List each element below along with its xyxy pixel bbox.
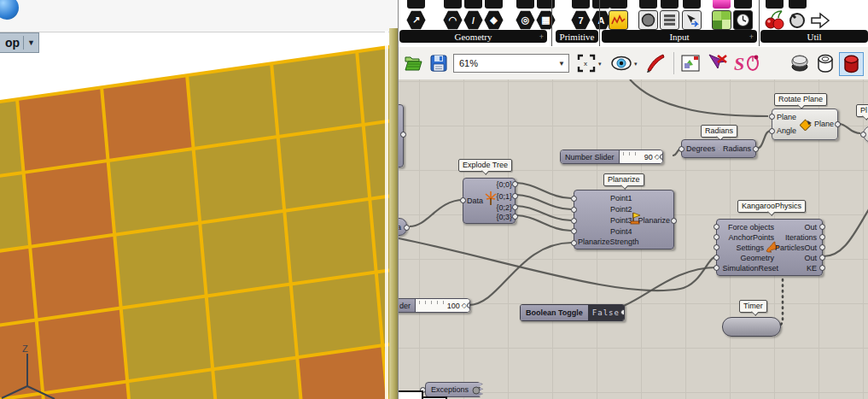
input-nub[interactable] [571, 196, 577, 202]
toggle-value[interactable]: False [588, 305, 624, 320]
jump-arrow-icon[interactable] [810, 11, 830, 30]
kangaroo-component[interactable]: Force objects AnchorPoints Settings Geom… [716, 219, 823, 276]
cropped-icon[interactable] [572, 0, 590, 9]
cropped-icon[interactable] [734, 0, 752, 9]
output-nub[interactable] [512, 214, 518, 220]
preview-shaded-button[interactable] [839, 52, 864, 76]
curve-icon[interactable]: ◠ [443, 10, 463, 30]
cropped-icon[interactable] [516, 0, 534, 9]
cropped-icon[interactable] [789, 0, 807, 9]
preview-wireframe-button[interactable] [815, 54, 836, 73]
cropped-gradient-icon[interactable] [713, 0, 731, 9]
plane-icon[interactable]: ◈ [484, 10, 504, 30]
graph-mapper-icon[interactable] [609, 10, 628, 30]
preview-eye-button[interactable] [610, 54, 632, 73]
output-nub[interactable] [835, 121, 841, 127]
more-icon[interactable]: + [539, 32, 544, 41]
output-nub[interactable] [660, 154, 663, 160]
slider-track[interactable]: 100 ◇ [416, 299, 469, 312]
output-nub[interactable] [819, 244, 825, 250]
explode-tree-component[interactable]: Data {0;0} {0;1} {0;2} {0;3} [463, 178, 516, 224]
zoom-level-combobox[interactable]: 61% ▼ [453, 54, 569, 73]
input-nub[interactable] [460, 197, 466, 203]
red-pen-button[interactable] [644, 52, 667, 74]
partial-panel[interactable] [399, 390, 423, 399]
input-nub[interactable] [679, 146, 684, 152]
vector-icon[interactable]: ↗ [406, 10, 426, 30]
input-nub[interactable] [769, 114, 775, 120]
mdslider-cursor-icon[interactable] [682, 10, 702, 30]
cropped-icon[interactable] [639, 0, 657, 9]
output-nub[interactable] [512, 181, 518, 187]
palette-tab-input[interactable]: Input+ [602, 30, 757, 43]
exceptions-component[interactable]: Exceptions [425, 382, 483, 397]
output-nub[interactable] [512, 193, 518, 199]
output-nub[interactable] [671, 218, 677, 224]
input-nub[interactable] [714, 265, 719, 271]
preview-off-button[interactable] [789, 54, 810, 73]
input-nub[interactable] [571, 228, 577, 234]
gesture-recognizer-button[interactable]: S [733, 52, 762, 74]
input-nub[interactable] [571, 240, 577, 246]
input-nub[interactable] [571, 218, 577, 224]
palette-tab-geometry[interactable]: Geometry+ [399, 30, 547, 43]
palette-tab-util[interactable]: Util [760, 30, 868, 43]
cropped-icon[interactable] [407, 0, 425, 9]
gradient-icon[interactable] [712, 10, 731, 30]
button-icon[interactable] [638, 10, 658, 30]
mesh-icon[interactable]: ▦ [536, 10, 556, 30]
output-nub[interactable] [819, 255, 825, 261]
cropped-icon[interactable] [661, 0, 679, 9]
number-icon[interactable]: 7 [571, 10, 591, 30]
palette-tab-primitive[interactable]: Primitive [556, 30, 598, 43]
gh-canvas[interactable]: a Explode Tree Data {0;0} {0;1} {0;2} {0… [399, 79, 868, 399]
surface-icon[interactable]: ◎ [516, 10, 535, 30]
cluster-icon[interactable] [788, 11, 807, 30]
cancel-selection-button[interactable] [706, 53, 728, 73]
viewport-title-dropdown[interactable]: op ▼ [0, 32, 39, 53]
more-icon[interactable]: + [749, 32, 754, 41]
output-nub[interactable] [819, 265, 825, 271]
value-list-icon[interactable] [660, 10, 679, 30]
input-nub[interactable] [714, 224, 719, 230]
output-nub[interactable] [819, 234, 825, 240]
number-slider-90[interactable]: Number Slider 90 ◇ [560, 150, 663, 164]
input-nub[interactable] [571, 207, 577, 213]
chevron-down-icon[interactable]: ▾ [598, 61, 602, 67]
planarize-component[interactable]: Point1 Point2 Point3 Point4 PlanarizeStr… [574, 190, 674, 249]
output-nub[interactable] [467, 302, 470, 308]
radians-component[interactable]: Degrees Radians [681, 139, 756, 158]
input-nub[interactable] [860, 132, 866, 138]
partial-component[interactable] [399, 104, 404, 167]
input-nub[interactable] [714, 234, 719, 240]
input-nub[interactable] [714, 244, 719, 250]
output-nub[interactable] [620, 309, 625, 315]
output-nub[interactable] [400, 132, 406, 138]
cropped-icon[interactable] [609, 0, 627, 9]
line-icon[interactable]: / [463, 10, 483, 30]
galapagos-cherries-icon[interactable] [765, 9, 785, 31]
slider-track[interactable]: 90 ◇ [620, 150, 662, 163]
cropped-icon[interactable] [444, 0, 462, 9]
timer-component[interactable] [722, 317, 781, 337]
cropped-icon[interactable] [464, 0, 482, 9]
output-nub[interactable] [753, 146, 759, 152]
canvas-painter-button[interactable] [680, 54, 701, 73]
cropped-icon[interactable] [683, 0, 701, 9]
chevron-down-icon[interactable]: ▼ [558, 60, 565, 67]
clock-icon[interactable] [733, 10, 753, 30]
cropped-icon[interactable] [592, 0, 610, 9]
cropped-icon[interactable] [766, 0, 784, 9]
cropped-icon[interactable] [485, 0, 503, 9]
output-nub[interactable] [819, 224, 825, 230]
zoom-extents-button[interactable]: x [576, 53, 597, 73]
chevron-down-icon[interactable]: ▾ [634, 61, 638, 67]
input-nub[interactable] [714, 255, 719, 261]
chevron-down-icon[interactable]: ▼ [27, 38, 35, 47]
boolean-toggle[interactable]: Boolean Toggle False [520, 304, 625, 321]
rotate-plane-component[interactable]: Plane Angle Plane [772, 109, 838, 140]
output-nub[interactable] [512, 204, 518, 210]
rhino-viewport[interactable]: Z op ▼ [0, 0, 398, 399]
output-nub[interactable] [404, 225, 410, 231]
save-button[interactable] [429, 54, 448, 73]
